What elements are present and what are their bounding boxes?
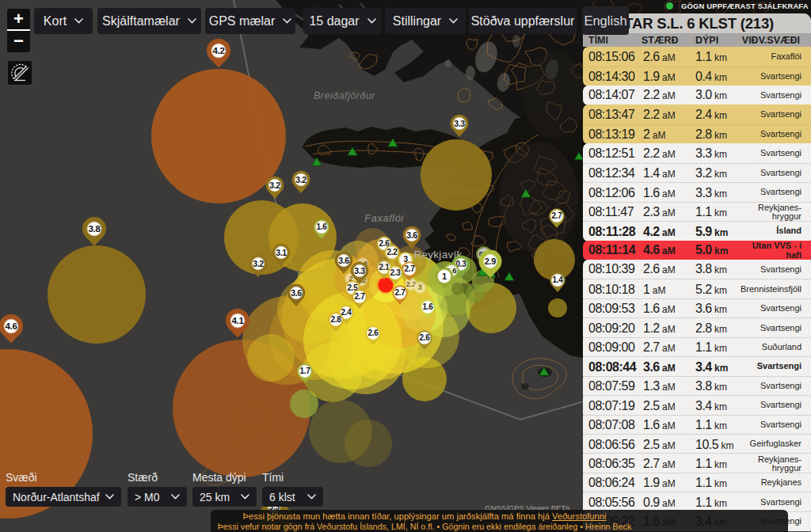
- svg-text:3: 3: [418, 283, 422, 291]
- svg-text:2.7: 2.7: [354, 292, 365, 301]
- svg-text:1.7: 1.7: [299, 367, 310, 375]
- svg-text:2.4: 2.4: [341, 308, 352, 317]
- svg-text:4.1: 4.1: [231, 316, 244, 325]
- svg-text:2.6: 2.6: [419, 333, 430, 342]
- svg-text:3.2: 3.2: [269, 180, 280, 190]
- svg-text:2.8: 2.8: [330, 315, 341, 324]
- svg-text:2.7: 2.7: [404, 264, 415, 273]
- svg-text:3.3: 3.3: [454, 119, 465, 128]
- svg-text:2.9: 2.9: [485, 256, 497, 266]
- svg-text:3.6: 3.6: [291, 288, 302, 298]
- svg-text:3.2: 3.2: [295, 175, 307, 184]
- svg-text:1.4: 1.4: [552, 276, 563, 284]
- svg-text:1: 1: [442, 272, 447, 281]
- svg-text:4.6: 4.6: [5, 321, 17, 331]
- svg-text:2.6: 2.6: [367, 329, 379, 337]
- svg-text:1.6: 1.6: [316, 222, 327, 231]
- svg-text:2.7: 2.7: [394, 288, 406, 297]
- svg-text:2.2: 2.2: [386, 248, 398, 256]
- svg-text:Breiðafjörður: Breiðafjörður: [314, 90, 375, 101]
- svg-text:2.7: 2.7: [551, 211, 562, 220]
- svg-text:3.3: 3.3: [354, 266, 365, 276]
- svg-text:3.6: 3.6: [406, 230, 417, 240]
- svg-text:3.8: 3.8: [88, 224, 101, 234]
- svg-text:3.1: 3.1: [276, 248, 287, 257]
- svg-text:3.2: 3.2: [253, 259, 264, 268]
- svg-text:2.3: 2.3: [390, 268, 401, 277]
- svg-text:3.6: 3.6: [338, 256, 349, 265]
- svg-text:Faxaflói: Faxaflói: [364, 212, 404, 224]
- svg-text:1.6: 1.6: [422, 302, 433, 311]
- svg-text:4.2: 4.2: [212, 46, 224, 55]
